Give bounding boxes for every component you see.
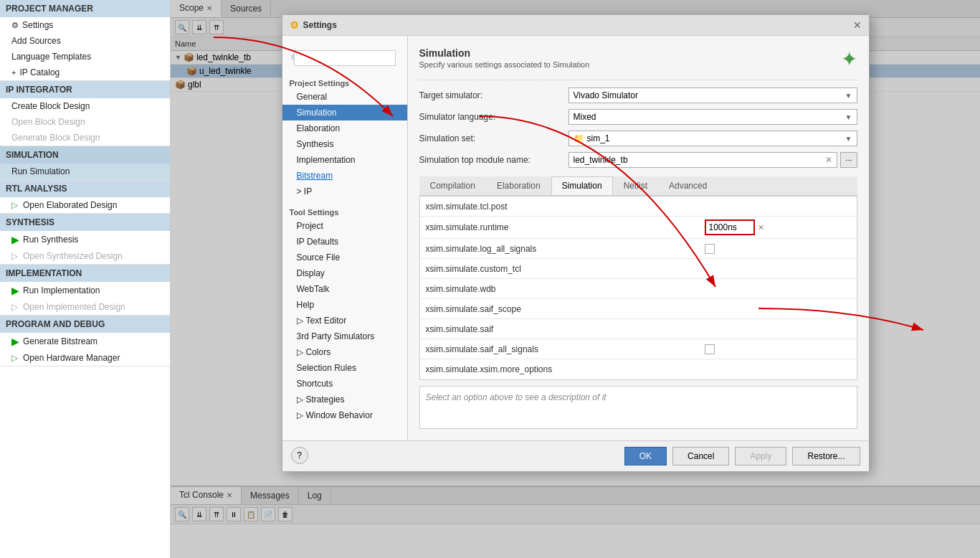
- settings-value-custom-tcl: [699, 266, 857, 272]
- tab-compilation[interactable]: Compilation: [419, 176, 486, 195]
- cancel-button[interactable]: Cancel: [672, 447, 729, 465]
- sidebar-section-ip-integrator: IP INTEGRATOR: [0, 81, 170, 98]
- dialog-content: Simulation Specify various settings asso…: [408, 36, 869, 440]
- content-tabs-container: Compilation Elaboration Simulation Netli…: [419, 176, 857, 429]
- log-all-signals-checkbox[interactable]: [705, 244, 715, 254]
- sidebar-section-rtl-analysis: RTL ANALYSIS: [0, 180, 170, 197]
- dialog-nav-project[interactable]: Project: [282, 218, 407, 234]
- settings-value-runtime: ✕: [699, 217, 857, 238]
- simulation-set-dropdown[interactable]: 📁 sim_1 ▼: [569, 131, 857, 146]
- sidebar: PROJECT MANAGER ⚙ Settings Add Sources L…: [0, 0, 171, 558]
- sidebar-item-run-simulation[interactable]: Run Simulation: [0, 164, 170, 179]
- dialog-nav-bitstream[interactable]: Bitstream: [282, 168, 407, 184]
- sidebar-item-open-elaborated-design[interactable]: ▷ Open Elaborated Design: [0, 197, 170, 213]
- settings-row-wdb[interactable]: xsim.simulate.wdb: [420, 279, 857, 299]
- ok-button[interactable]: OK: [624, 447, 667, 465]
- tab-elaboration[interactable]: Elaboration: [486, 176, 551, 195]
- dialog-overlay: ⚙ Settings ✕ Project Settings General Si…: [171, 0, 980, 558]
- sidebar-item-settings[interactable]: ⚙ Settings: [0, 17, 170, 33]
- dialog-close-button[interactable]: ✕: [853, 19, 862, 31]
- saif-all-signals-checkbox[interactable]: [705, 344, 715, 354]
- content-subtitle: Specify various settings associated to S…: [419, 60, 590, 69]
- dialog-nav-ip[interactable]: > IP: [282, 184, 407, 199]
- main-area: Scope ✕ Sources 🔍 ⇊ ⇈ Name Design Unit B…: [171, 0, 980, 558]
- generate-bitstream-icon: ▶: [11, 336, 19, 347]
- description-box: Select an option above to see a descript…: [419, 386, 857, 429]
- runtime-input[interactable]: [705, 219, 755, 235]
- dialog-nav-strategies[interactable]: ▷ Strategies: [282, 392, 407, 407]
- sidebar-item-run-implementation[interactable]: ▶ Run Implementation: [0, 282, 170, 299]
- dialog-nav-selection-rules[interactable]: Selection Rules: [282, 360, 407, 376]
- sidebar-item-open-hardware-manager[interactable]: ▷ Open Hardware Manager: [0, 350, 170, 366]
- strategies-arrow-icon: ▷: [297, 394, 303, 405]
- restore-button[interactable]: Restore...: [792, 447, 860, 465]
- tab-netlist[interactable]: Netlist: [613, 176, 658, 195]
- sidebar-item-add-sources[interactable]: Add Sources: [0, 33, 170, 49]
- dialog-nav-general[interactable]: General: [282, 89, 407, 105]
- dialog-nav-window-behavior[interactable]: ▷ Window Behavior: [282, 407, 407, 423]
- sidebar-item-ip-catalog[interactable]: + IP Catalog: [0, 65, 170, 80]
- dialog-nav-3rd-party-simulators[interactable]: 3rd Party Simulators: [282, 328, 407, 344]
- dialog-nav-implementation[interactable]: Implementation: [282, 152, 407, 168]
- dialog-search-input[interactable]: [294, 50, 396, 66]
- help-button[interactable]: ?: [291, 447, 308, 464]
- settings-table: xsim.simulate.tcl.post xsim.simulate.run…: [419, 196, 857, 380]
- vivado-logo: ✦: [841, 47, 857, 71]
- sidebar-item-create-block-design[interactable]: Create Block Design: [0, 98, 170, 114]
- form-row-top-module: Simulation top module name: led_twinkle_…: [419, 152, 857, 168]
- dropdown-arrow2-icon: ▼: [845, 113, 852, 121]
- settings-value-wdb: [699, 286, 857, 292]
- browse-top-module-button[interactable]: ···: [840, 152, 857, 168]
- dialog-nav-help[interactable]: Help: [282, 297, 407, 313]
- sidebar-item-generate-bitstream[interactable]: ▶ Generate Bitstream: [0, 333, 170, 350]
- top-module-input[interactable]: led_twinkle_tb ✕: [569, 152, 838, 168]
- runtime-clear-button[interactable]: ✕: [758, 223, 764, 232]
- sidebar-item-language-templates[interactable]: Language Templates: [0, 49, 170, 65]
- sidebar-item-open-synthesized-design: ▷ Open Synthesized Design: [0, 248, 170, 264]
- dialog-nav-shortcuts[interactable]: Shortcuts: [282, 376, 407, 392]
- form-fields: Target simulator: Vivado Simulator ▼ Sim…: [419, 80, 857, 168]
- simulator-language-dropdown[interactable]: Mixed ▼: [569, 109, 857, 125]
- tab-advanced[interactable]: Advanced: [658, 176, 718, 195]
- top-module-field-group: led_twinkle_tb ✕ ···: [569, 152, 857, 168]
- settings-row-saif[interactable]: xsim.simulate.saif: [420, 319, 857, 339]
- settings-row-saif-scope[interactable]: xsim.simulate.saif_scope: [420, 299, 857, 319]
- run-synthesis-icon: ▶: [11, 234, 19, 245]
- content-title-area: Simulation Specify various settings asso…: [419, 47, 590, 69]
- form-row-target-simulator: Target simulator: Vivado Simulator ▼: [419, 88, 857, 103]
- form-row-simulation-set: Simulation set: 📁 sim_1 ▼: [419, 131, 857, 146]
- dialog-nav-source-file[interactable]: Source File: [282, 250, 407, 265]
- dialog-nav-ip-defaults[interactable]: IP Defaults: [282, 234, 407, 250]
- settings-value-saif-scope: [699, 306, 857, 312]
- gear-icon: ⚙: [11, 21, 19, 30]
- sidebar-section-simulation: SIMULATION: [0, 146, 170, 164]
- target-simulator-dropdown[interactable]: Vivado Simulator ▼: [569, 88, 857, 103]
- form-row-simulator-language: Simulator language: Mixed ▼: [419, 109, 857, 125]
- settings-row-tcl-post[interactable]: xsim.simulate.tcl.post: [420, 197, 857, 217]
- dialog-nav-elaboration[interactable]: Elaboration: [282, 120, 407, 136]
- sidebar-item-open-implemented-design: ▷ Open Implemented Design: [0, 299, 170, 315]
- dialog-nav-webtalk[interactable]: WebTalk: [282, 281, 407, 297]
- settings-value-more-options: [699, 367, 857, 372]
- ip-integrator-section: Create Block Design Open Block Design Ge…: [0, 98, 170, 146]
- settings-row-custom-tcl[interactable]: xsim.simulate.custom_tcl: [420, 259, 857, 279]
- sidebar-item-run-synthesis[interactable]: ▶ Run Synthesis: [0, 231, 170, 248]
- settings-row-saif-all-signals[interactable]: xsim.simulate.saif_all_signals: [420, 339, 857, 359]
- colors-arrow-icon: ▷: [297, 347, 303, 357]
- apply-button[interactable]: Apply: [735, 447, 786, 465]
- clear-top-module-button[interactable]: ✕: [825, 155, 832, 165]
- dialog-nav-synthesis[interactable]: Synthesis: [282, 136, 407, 152]
- tab-simulation[interactable]: Simulation: [551, 176, 613, 195]
- dialog-nav-text-editor[interactable]: ▷ Text Editor: [282, 313, 407, 328]
- dialog-nav-display[interactable]: Display: [282, 265, 407, 281]
- settings-row-more-options[interactable]: xsim.simulate.xsim.more_options: [420, 359, 857, 379]
- hardware-manager-icon: ▷: [11, 353, 18, 363]
- synthesis-section: ▶ Run Synthesis ▷ Open Synthesized Desig…: [0, 231, 170, 265]
- elaborated-arrow-icon: ▷: [11, 200, 18, 210]
- dialog-nav-colors[interactable]: ▷ Colors: [282, 344, 407, 360]
- settings-row-log-all-signals[interactable]: xsim.simulate.log_all_signals: [420, 239, 857, 259]
- dialog-nav-simulation[interactable]: Simulation: [282, 105, 407, 120]
- folder-icon: 📁: [574, 133, 584, 143]
- content-title: Simulation: [419, 47, 590, 59]
- settings-row-runtime[interactable]: xsim.simulate.runtime ✕: [420, 217, 857, 239]
